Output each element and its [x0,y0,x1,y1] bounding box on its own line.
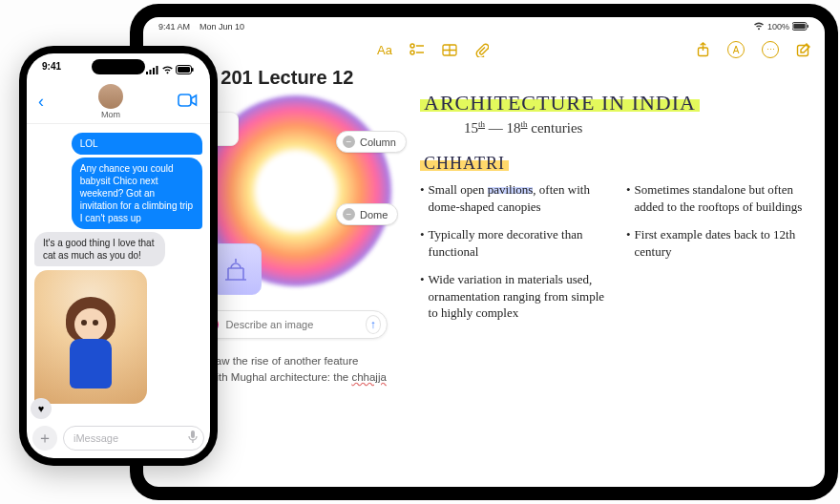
message-text: LOL [80,138,98,149]
hw-bullet: Sometimes standalone but often added to … [626,181,815,215]
message-text: It's a good thing I love that cat as muc… [43,238,154,261]
hw-bullet: Wide variation in materials used, orname… [420,271,609,322]
message-placeholder: iMessage [74,432,118,444]
iphone-status-right [146,61,195,80]
svg-rect-18 [192,68,194,72]
message-thread[interactable]: LOL Any chance you could babysit Chico n… [27,126,210,420]
hw-col-left: Small open pavilions, often with dome-sh… [420,181,609,333]
svg-rect-13 [150,70,152,74]
iphone-screen: 9:41 ‹ Mom [27,53,210,458]
svg-point-3 [410,44,414,48]
handwriting-area: ARCHITECTURE IN INDIA 15th — 18th centur… [420,91,815,487]
svg-rect-2 [808,25,809,28]
ipad-status-right: 100% [753,22,809,32]
note-title: ARCH 201 Lecture 12 [143,63,825,91]
messages-header: ‹ Mom [27,80,210,124]
back-chevron-icon[interactable]: ‹ [38,92,44,112]
hw-col-right: Sometimes standalone but often added to … [626,181,815,333]
collaborate-button[interactable]: A [727,41,745,58]
typed-spellcheck-word[interactable]: chhajja [351,371,386,383]
token-pill-dome[interactable]: − Dome [336,203,398,225]
token-pill-column[interactable]: − Column [336,131,407,153]
message-text: Any chance you could babysit Chico next … [80,163,193,223]
remove-icon[interactable]: − [343,208,355,220]
pill-label: Column [360,136,396,148]
cellular-icon [146,66,159,76]
svg-rect-17 [178,67,190,73]
hw-bullet-text: Wide variation in materials used, orname… [429,271,609,322]
facetime-icon[interactable] [178,94,199,111]
svg-rect-20 [191,430,195,438]
message-in[interactable]: It's a good thing I love that cat as muc… [34,232,165,266]
generated-image [51,291,131,404]
ipad-screen: 9:41 AM Mon Jun 10 100% ⤢ Aa [143,17,825,487]
avatar [98,84,123,109]
message-out[interactable]: LOL [72,133,202,155]
remove-icon[interactable]: − [343,136,355,148]
svg-rect-1 [793,23,805,28]
hw-section-heading: CHHATRI [420,154,509,174]
compose-button[interactable] [796,42,811,57]
pill-label: Dome [360,209,388,220]
submit-up-icon[interactable]: ↑ [366,315,381,334]
wifi-icon [753,22,765,32]
hw-bullet-text: Typically more decorative than functiona… [429,226,609,260]
contact-name: Mom [101,110,120,119]
hw-subtitle: 15th — 18th centuries [420,119,815,136]
note-body: nt Mughal itecture − Column − Dome ‹ ↑ [143,91,825,487]
attachment-button[interactable] [474,42,490,57]
contact-block[interactable]: Mom [98,84,123,119]
checklist-button[interactable] [410,42,425,57]
share-button[interactable] [695,42,710,57]
hw-bullet: First example dates back to 12th century [626,226,815,260]
svg-rect-15 [157,66,158,74]
hw-sub-a-sup: th [478,119,485,129]
hw-two-columns: Small open pavilions, often with dome-sh… [420,181,815,333]
hw-bullet: Small open pavilions, often with dome-sh… [420,181,609,215]
iphone-device-frame: 9:41 ‹ Mom [19,46,218,466]
ipad-status-bar: 9:41 AM Mon Jun 10 100% [143,17,825,36]
message-out[interactable]: Any chance you could babysit Chico next … [72,158,202,229]
message-input[interactable]: iMessage [63,426,204,451]
hw-sub-c: centuries [531,120,582,136]
ipad-date: Mon Jun 10 [200,22,244,32]
dictate-icon[interactable] [188,430,198,447]
table-button[interactable] [442,42,457,57]
hw-sub-a: 15 [464,120,478,136]
hw-bullet-text: First example dates back to 12th century [635,226,815,260]
hw-sub-b: 18 [507,120,521,136]
hw-bullet-text: Sometimes standalone but often added to … [635,181,815,215]
wifi-icon [161,66,174,76]
iphone-clock: 9:41 [42,61,61,80]
svg-rect-12 [146,72,148,74]
ipad-clock: 9:41 AM [158,22,190,32]
battery-icon [176,65,195,76]
svg-point-5 [410,51,414,54]
hw-sub-dash: — [489,120,503,136]
dynamic-island [92,59,145,74]
notes-toolbar: ⤢ Aa A ⋯ [143,36,825,63]
battery-percent: 100% [767,22,789,32]
ipad-status-left: 9:41 AM Mon Jun 10 [158,22,244,32]
ipad-device-frame: 9:41 AM Mon Jun 10 100% ⤢ Aa [130,4,838,500]
hw-bullet-text: Small open pavilions, often with dome-sh… [429,181,609,215]
more-button[interactable]: ⋯ [762,41,779,58]
message-image[interactable] [34,270,147,404]
battery-icon [792,22,809,32]
hw-main-title: ARCHITECTURE IN INDIA [420,91,700,116]
add-attachment-button[interactable]: ＋ [32,426,57,451]
image-prompt-input[interactable] [226,319,358,330]
heart-icon: ♥ [38,403,45,414]
compose-bar: ＋ iMessage [32,424,204,452]
sketch-thumbnail[interactable] [210,243,262,295]
svg-rect-19 [178,94,191,106]
hw-bullet: Typically more decorative than functiona… [420,226,609,260]
svg-rect-14 [153,68,155,74]
tapback-heart[interactable]: ♥ [31,398,52,419]
hw-sub-b-sup: th [521,119,528,129]
format-text-button[interactable]: Aa [377,42,392,57]
